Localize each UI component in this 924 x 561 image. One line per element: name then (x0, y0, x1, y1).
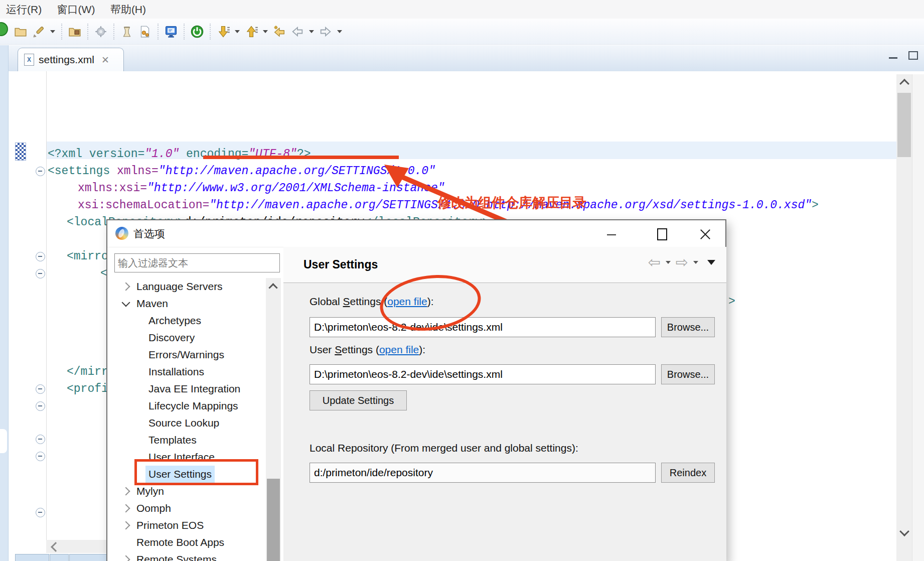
menu-bar: 运行(R) 窗口(W) 帮助(H) (0, 0, 924, 19)
push-up-icon[interactable] (244, 24, 259, 39)
user-browse-button[interactable]: Browse... (661, 364, 715, 384)
fold-minus-icon[interactable] (36, 384, 45, 394)
collapsed-view-bar[interactable] (0, 45, 9, 561)
push-up-dropdown-icon[interactable] (263, 30, 268, 33)
reindex-button[interactable]: Reindex (661, 463, 715, 483)
fold-minus-icon[interactable] (36, 435, 45, 444)
tree-item-installations[interactable]: Installations (108, 363, 265, 380)
tree-item-errors-warnings[interactable]: Errors/Warnings (108, 346, 265, 363)
menu-window[interactable]: 窗口(W) (57, 3, 95, 17)
tree-item-remote-boot-apps[interactable]: Remote Boot Apps (108, 534, 265, 551)
view-menu-icon[interactable] (707, 260, 715, 265)
fold-minus-icon[interactable] (36, 401, 45, 411)
global-settings-input[interactable] (310, 317, 656, 337)
bottom-view-tab[interactable] (69, 554, 107, 561)
generate-file-icon[interactable] (137, 24, 152, 39)
main-toolbar (0, 19, 924, 45)
tree-item-oomph[interactable]: Oomph (108, 500, 265, 517)
tree-item-primeton-eos[interactable]: Primeton EOS (108, 517, 265, 534)
tree-item-source-lookup[interactable]: Source Lookup (108, 414, 265, 432)
tree-item-user-settings[interactable]: User Settings (108, 466, 265, 483)
code-line: > (728, 294, 735, 309)
chevron-right-icon[interactable] (122, 283, 130, 291)
tree-item-label: Java EE Integration (148, 380, 240, 397)
code-line: <settings xmlns="http://maven.apache.org… (48, 164, 435, 179)
tree-item-archetypes[interactable]: Archetypes (108, 312, 265, 329)
tree-item-mylyn[interactable]: Mylyn (108, 483, 265, 500)
tree-item-label: Oomph (136, 500, 171, 517)
vertical-scrollbar-thumb[interactable] (897, 93, 911, 157)
app-window: 运行(R) 窗口(W) 帮助(H) (0, 0, 924, 561)
nav-back-icon[interactable]: ⇦ (648, 255, 661, 270)
nav-forward-dropdown-icon[interactable] (693, 261, 698, 264)
menu-run[interactable]: 运行(R) (6, 3, 42, 17)
tree-item-label: Templates (148, 432, 197, 449)
toolbar-separator (61, 24, 62, 40)
back-icon[interactable] (290, 24, 305, 39)
update-settings-button[interactable]: Update Settings (310, 390, 407, 410)
user-settings-input[interactable] (310, 364, 656, 384)
dialog-close-icon[interactable] (699, 228, 711, 240)
import-folder-icon[interactable] (67, 24, 82, 39)
tree-scrollbar-thumb[interactable] (267, 479, 280, 561)
pull-down-dropdown-icon[interactable] (235, 30, 240, 33)
tree-item-label: Primeton EOS (136, 517, 204, 534)
tree-item-label: Language Servers (136, 278, 223, 295)
tab-close-icon[interactable]: ✕ (101, 55, 109, 65)
tree-item-lifecycle-mappings[interactable]: Lifecycle Mappings (108, 397, 265, 414)
tab-settings-xml[interactable]: X settings.xml ✕ (18, 48, 124, 71)
nav-back-dropdown-icon[interactable] (666, 261, 671, 264)
dialog-maximize-icon[interactable] (657, 228, 667, 240)
tree-item-language-servers[interactable]: Language Servers (108, 278, 265, 295)
chevron-right-icon[interactable] (122, 521, 130, 530)
forward-dropdown-icon[interactable] (337, 30, 342, 33)
restore-view-notch[interactable] (0, 429, 7, 453)
code-line: xmlns:xsi="http://www.w3.org/2001/XMLSch… (78, 181, 445, 196)
chevron-right-icon[interactable] (122, 555, 130, 561)
jar-package-icon[interactable] (119, 24, 134, 39)
chevron-right-icon[interactable] (122, 487, 130, 496)
tree-item-user-interface[interactable]: User Interface (108, 449, 265, 466)
local-repository-input[interactable] (310, 463, 656, 483)
global-open-file-link[interactable]: open file (387, 296, 427, 307)
tree-item-templates[interactable]: Templates (108, 432, 265, 449)
fold-minus-icon[interactable] (36, 252, 45, 261)
global-browse-button[interactable]: Browse... (661, 317, 715, 337)
menu-help[interactable]: 帮助(H) (110, 3, 146, 17)
tree-item-label: Lifecycle Mappings (148, 397, 238, 414)
tree-item-remote-systems[interactable]: Remote Systems (108, 551, 265, 561)
toolbar-separator (184, 24, 185, 40)
nav-forward-icon[interactable]: ⇨ (676, 255, 688, 270)
user-open-file-link[interactable]: open file (379, 344, 419, 355)
tree-item-java-ee-integration[interactable]: Java EE Integration (108, 380, 265, 397)
tree-item-maven[interactable]: Maven (108, 295, 265, 312)
last-edit-location-icon[interactable] (272, 24, 287, 39)
dialog-minimize-icon[interactable] (607, 234, 616, 235)
chevron-right-icon[interactable] (122, 504, 130, 513)
minimize-view-icon[interactable] (889, 57, 897, 59)
pen-dropdown-icon[interactable] (50, 30, 55, 33)
fold-minus-icon[interactable] (36, 269, 45, 278)
tree-item-discovery[interactable]: Discovery (108, 329, 265, 346)
global-settings-label: Global Settings (open file): (310, 296, 434, 308)
maximize-view-icon[interactable] (908, 51, 918, 60)
back-dropdown-icon[interactable] (309, 30, 314, 33)
pref-tree: Language ServersMavenArchetypesDiscovery… (107, 220, 283, 561)
tab-label: settings.xml (39, 54, 94, 66)
bottom-view-tab[interactable] (15, 554, 49, 561)
pull-down-icon[interactable] (216, 24, 231, 39)
tree-item-label: Errors/Warnings (148, 346, 224, 363)
console-icon[interactable] (164, 24, 179, 39)
chevron-down-icon[interactable] (122, 299, 130, 307)
fold-minus-icon[interactable] (36, 167, 45, 176)
debug-config-icon[interactable] (93, 24, 108, 39)
forward-icon[interactable] (318, 24, 333, 39)
overview-ruler (912, 74, 924, 561)
editor-tab-strip: X settings.xml ✕ (0, 45, 924, 72)
open-folder-icon[interactable] (13, 24, 28, 39)
bottom-view-tab[interactable] (50, 554, 69, 561)
fold-minus-icon[interactable] (36, 452, 45, 461)
fold-minus-icon[interactable] (36, 508, 45, 517)
boot-start-icon[interactable] (190, 24, 205, 39)
highlighter-pen-icon[interactable] (31, 24, 46, 39)
